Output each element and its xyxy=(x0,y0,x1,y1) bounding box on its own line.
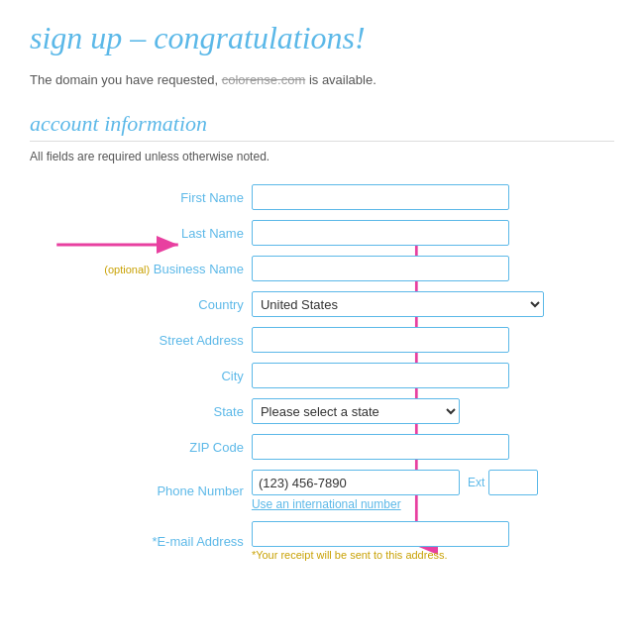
zip-code-label: ZIP Code xyxy=(30,429,248,465)
street-address-label: Street Address xyxy=(30,322,248,358)
country-label: Country xyxy=(30,286,248,322)
ext-label: Ext xyxy=(468,476,484,489)
country-select[interactable]: United States Canada United Kingdom xyxy=(252,291,544,317)
business-name-cell xyxy=(248,251,614,286)
state-row: State Please select a state Alabama Cali… xyxy=(30,393,614,429)
first-name-input[interactable] xyxy=(252,184,509,210)
business-name-label: (optional) Business Name xyxy=(30,251,248,286)
email-input[interactable] xyxy=(252,521,509,547)
last-name-row: Last Name xyxy=(30,215,614,251)
intl-number-link[interactable]: Use an international number xyxy=(252,497,610,511)
required-note: All fields are required unless otherwise… xyxy=(30,150,614,163)
state-cell: Please select a state Alabama California… xyxy=(248,393,614,429)
country-cell: United States Canada United Kingdom xyxy=(248,286,614,322)
street-address-input[interactable] xyxy=(252,327,509,353)
country-row: Country United States Canada United King… xyxy=(30,286,614,322)
domain-message: The domain you have requested, colorense… xyxy=(30,72,614,87)
city-label: City xyxy=(30,358,248,393)
email-receipt-note: *Your receipt will be sent to this addre… xyxy=(252,549,610,561)
city-row: City xyxy=(30,358,614,393)
zip-code-input[interactable] xyxy=(252,434,509,460)
phone-input-row: Ext xyxy=(252,470,610,495)
state-select[interactable]: Please select a state Alabama California… xyxy=(252,398,460,424)
ext-input[interactable] xyxy=(488,470,538,495)
street-address-cell xyxy=(248,322,614,358)
account-form: First Name Last Name (optional) Business… xyxy=(30,179,614,566)
city-cell xyxy=(248,358,614,393)
first-name-label: First Name xyxy=(30,179,248,215)
street-address-row: Street Address xyxy=(30,322,614,358)
last-name-label: Last Name xyxy=(30,215,248,251)
zip-code-row: ZIP Code xyxy=(30,429,614,465)
business-name-label-text: Business Name xyxy=(154,262,244,276)
last-name-cell xyxy=(248,215,614,251)
section-title: account information xyxy=(30,111,614,142)
domain-message-before: The domain you have requested, xyxy=(30,72,218,87)
first-name-cell xyxy=(248,179,614,215)
business-name-input[interactable] xyxy=(252,256,509,281)
optional-label: (optional) xyxy=(104,264,150,275)
domain-message-after: is available. xyxy=(309,72,376,87)
email-cell: *Your receipt will be sent to this addre… xyxy=(248,516,614,566)
state-label: State xyxy=(30,393,248,429)
business-name-row: (optional) Business Name xyxy=(30,251,614,286)
phone-label: Phone Number xyxy=(30,465,248,516)
phone-input[interactable] xyxy=(252,470,460,495)
city-input[interactable] xyxy=(252,363,509,388)
domain-name: colorense.com xyxy=(222,72,306,87)
page-title: sign up – congratulations! xyxy=(30,20,614,56)
first-name-row: First Name xyxy=(30,179,614,215)
form-wrapper: First Name Last Name (optional) Business… xyxy=(30,179,614,566)
email-label: *E-mail Address xyxy=(30,516,248,566)
phone-row: Phone Number Ext Use an international nu… xyxy=(30,465,614,516)
last-name-input[interactable] xyxy=(252,220,509,246)
zip-code-cell xyxy=(248,429,614,465)
email-row: *E-mail Address *Your receipt will be se… xyxy=(30,516,614,566)
phone-cell: Ext Use an international number xyxy=(248,465,614,516)
